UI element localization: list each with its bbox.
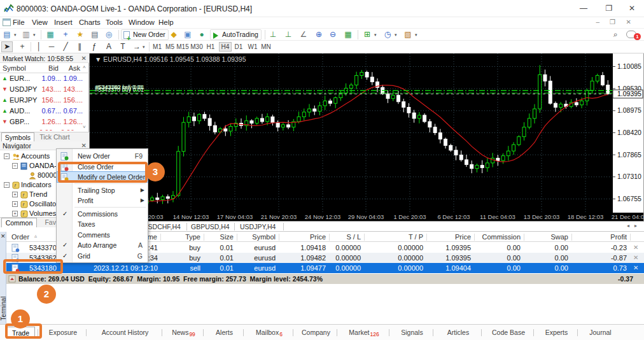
tab-journal[interactable]: Journal [582,327,619,339]
timeframe-m5[interactable]: M5 [164,42,176,52]
collapse-icon[interactable]: − [4,153,10,159]
market-watch-row[interactable]: ▲EURJPY156....156.... [0,95,89,106]
dropdown-arrow-icon[interactable]: ▾ [395,32,397,38]
print-preview-icon[interactable]: ● [196,29,207,40]
header-sl[interactable]: S / L [304,233,361,241]
market-watch-row-partial[interactable]: 0.96...0.96... [0,127,89,131]
menu-item-profit[interactable]: Profit▶ [57,195,148,206]
cursor-icon[interactable]: ➤ [1,41,13,52]
tab-company[interactable]: Company [298,327,334,339]
market-watch-row[interactable]: ▼USDJPY143....143.... [0,84,89,95]
tab-signals[interactable]: Signals [394,327,430,339]
header-symbol[interactable]: Symbol [218,233,276,241]
tab-exposure[interactable]: Exposure [43,327,83,339]
market-watch-row[interactable]: ▲EUR...1.09...1.09... [0,73,89,84]
market-watch-icon[interactable]: ▦ [45,29,56,40]
dropdown-arrow-icon[interactable]: ▾ [415,32,417,38]
menu-view[interactable]: View [32,18,48,27]
col-ask[interactable]: Ask [61,64,80,72]
dropdown-arrow-icon[interactable]: ▾ [33,32,36,38]
dropdown-arrow-icon[interactable]: ▾ [374,32,377,38]
fibonacci-icon[interactable]: ƒ [88,41,100,52]
menu-item-commissions[interactable]: ✓Commissions [57,209,148,219]
menu-item-comments[interactable]: Comments [57,230,148,240]
chart-area[interactable]: 1.100851.095301.089751.084201.078651.073… [89,53,644,222]
close-button[interactable]: ✕ [622,3,641,14]
collapse-icon[interactable]: − [4,182,10,188]
market-watch-close-icon[interactable]: ✕ [81,54,87,63]
new-chart-icon[interactable]: ▤ [1,29,13,40]
chart-shift-icon[interactable]: ⊥ [267,29,279,40]
tab-mailbox[interactable]: Mailbox6 [248,327,290,339]
dropdown-arrow-icon[interactable]: ▾ [14,32,17,38]
chart-tab-usdjpy-h4[interactable]: USDJPY,H4 [240,223,276,230]
chart-autoscroll-icon[interactable]: ⊥ [283,29,294,40]
dropdown-arrow-icon[interactable]: ▾ [143,45,145,50]
tab-news[interactable]: News99 [167,327,200,339]
header-swap[interactable]: Swap [511,233,568,241]
vertical-line-icon[interactable]: │ [33,41,45,52]
tab-account-history[interactable]: Account History [91,327,159,339]
timeframe-m1[interactable]: M1 [151,42,163,52]
timeframe-m15[interactable]: M15 [176,42,190,52]
profiles-icon[interactable]: ▥ [20,29,32,40]
tab-common[interactable]: Common [1,218,37,227]
collapse-icon[interactable]: − [12,163,18,169]
mdi-minimize-icon[interactable]: – [596,18,599,25]
crosshair-icon[interactable]: + [17,41,28,52]
menu-window[interactable]: Window [129,18,155,27]
scroll-up-icon[interactable]: ˄ [83,64,86,70]
col-bid[interactable]: Bid [39,64,59,72]
trendline-icon[interactable]: ╱ [60,41,71,52]
search-icon[interactable]: ⌕ [610,29,621,40]
tabs-scroll-right-icon[interactable]: ▸ [634,223,637,229]
header-price2[interactable]: Price [414,233,471,241]
data-window-icon[interactable]: + [60,29,71,40]
menu-help[interactable]: Help [158,18,174,27]
text-icon[interactable]: A [103,41,115,52]
expand-icon[interactable]: + [12,211,18,216]
restore-button[interactable]: ❐ [599,3,619,14]
arrows-icon[interactable]: → [131,41,143,52]
tab-market[interactable]: Market126 [342,327,386,339]
horizontal-line-icon[interactable]: ─ [46,41,57,52]
timeframe-d1[interactable]: D1 [233,42,244,52]
text-label-icon[interactable]: T [117,41,129,52]
scroll-down-icon[interactable]: ˅ [83,124,86,130]
timeframe-h1[interactable]: H1 [205,42,216,52]
equidistant-channel-icon[interactable]: ∥ [74,41,85,52]
minimize-button[interactable]: — [574,3,593,14]
terminal-close-icon[interactable]: ✕ [1,233,6,239]
new-order-button[interactable]: +New Order [121,29,169,40]
header-order[interactable]: Order [11,233,29,241]
expand-icon[interactable]: + [12,201,18,207]
tab-symbols[interactable]: Symbols [1,132,34,142]
menu-item-taxes[interactable]: Taxes [57,219,148,229]
close-order-icon[interactable]: ✕ [633,264,638,271]
tabs-scroll-left-icon[interactable]: ◂ [627,223,629,229]
tile-windows-icon[interactable]: ▦ [342,29,354,40]
menu-item-trailing-stop[interactable]: Trailing Stop▶ [57,185,148,195]
menu-insert[interactable]: Insert [54,18,73,27]
strategy-tester-icon[interactable]: ◎ [103,29,115,40]
indicators-icon[interactable]: ⊞ [361,29,373,40]
terminal-icon[interactable]: ▤ [89,29,101,40]
close-order-icon[interactable]: ✕ [633,244,638,251]
zoom-curve-icon[interactable]: ∠ [298,29,309,40]
tab-articles[interactable]: Articles [438,327,479,339]
templates-icon[interactable]: ▧ [402,29,414,40]
zoom-in-icon[interactable]: ⊕ [313,29,325,40]
timeframe-w1[interactable]: W1 [247,42,258,52]
expand-icon[interactable]: + [12,192,18,197]
mdi-close-icon[interactable]: ✕ [626,18,631,25]
chart-tab-gbpusd-h4[interactable]: GBPUSD,H4 [191,223,230,230]
order-row-5343180[interactable]: 53431802023.12.21 09:12:10sell0.01eurusd… [6,263,644,273]
timeframe-mn[interactable]: MN [260,42,272,52]
mdi-restore-icon[interactable]: ❐ [610,18,615,25]
close-order-icon[interactable]: ✕ [633,254,638,261]
header-profit[interactable]: Profit [570,233,627,241]
menu-tools[interactable]: Tools [106,18,123,27]
timeframe-m30[interactable]: M30 [190,42,204,52]
navigator-icon[interactable]: ★ [74,29,86,40]
market-watch-row[interactable]: ▼GBP...1.26...1.26... [0,117,89,127]
